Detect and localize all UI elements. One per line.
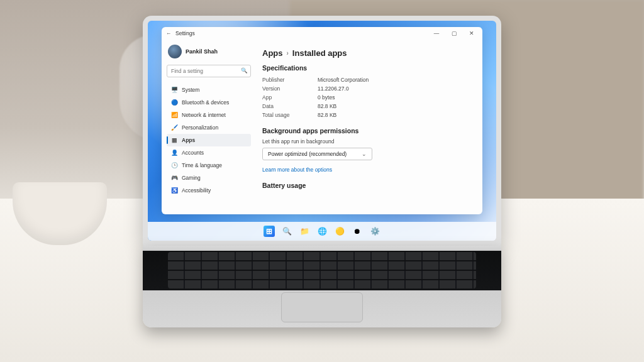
sidebar-item-bluetooth-devices[interactable]: 🔵Bluetooth & devices — [167, 96, 251, 109]
sidebar-item-label: Apps — [182, 137, 195, 143]
sidebar-item-personalization[interactable]: 🖌️Personalization — [167, 121, 251, 134]
breadcrumb-current: Installed apps — [292, 48, 347, 58]
learn-more-link[interactable]: Learn more about the options — [262, 167, 332, 173]
spec-value: 82.8 KB — [318, 103, 336, 109]
chrome-button[interactable]: 🟡 — [334, 226, 345, 237]
laptop-frame: ← Settings — ▢ ✕ Pankil Shah — [143, 16, 501, 327]
sidebar-item-system[interactable]: 🖥️System — [167, 84, 251, 96]
start-button[interactable]: ⊞ — [264, 226, 275, 237]
spec-key: Total usage — [262, 112, 311, 118]
network-icon: 📶 — [170, 111, 178, 119]
specs-list: PublisherMicrosoft CorporationVersion11.… — [262, 75, 474, 119]
explorer-button[interactable]: 📁 — [299, 226, 310, 237]
spec-key: Version — [262, 85, 311, 92]
user-name: Pankil Shah — [186, 48, 218, 55]
bg-perms-label: Let this app run in background — [262, 138, 474, 145]
sidebar-item-label: Gaming — [182, 175, 201, 181]
spec-value: 82.8 KB — [318, 112, 336, 118]
apps-icon: ▦ — [170, 136, 178, 144]
sidebar-item-label: Personalization — [182, 124, 218, 131]
search-icon: 🔍 — [241, 67, 248, 74]
accounts-icon: 👤 — [170, 149, 178, 156]
back-button[interactable]: ← — [165, 30, 172, 36]
battery-heading: Battery usage — [262, 182, 474, 189]
sidebar-item-label: Bluetooth & devices — [182, 99, 229, 106]
spec-key: Data — [262, 103, 311, 109]
sidebar-item-label: Time & language — [182, 162, 222, 168]
keyboard-keys — [168, 252, 476, 288]
breadcrumb-parent[interactable]: Apps — [262, 48, 283, 58]
avatar — [168, 45, 182, 58]
maximize-button[interactable]: ▢ — [447, 30, 461, 36]
trackpad — [281, 292, 363, 322]
sidebar-item-label: Accounts — [182, 150, 204, 156]
settings-button[interactable]: ⚙️ — [369, 226, 380, 237]
user-profile[interactable]: Pankil Shah — [168, 45, 251, 58]
dropdown-value: Power optimized (recommended) — [268, 151, 347, 157]
sidebar-item-time-language[interactable]: 🕒Time & language — [167, 159, 251, 172]
spec-key: Publisher — [262, 77, 311, 83]
search-field-wrap: 🔍 — [167, 65, 251, 77]
spec-row: Total usage82.8 KB — [262, 111, 474, 119]
time-language-icon: 🕒 — [170, 162, 178, 169]
breadcrumb: Apps › Installed apps — [262, 48, 474, 58]
spec-value: Microsoft Corporation — [318, 77, 369, 83]
laptop-keyboard — [143, 246, 501, 327]
spec-row: PublisherMicrosoft Corporation — [262, 75, 474, 84]
sidebar-item-label: Network & internet — [182, 112, 226, 118]
sidebar-item-apps[interactable]: ▦Apps — [167, 134, 251, 146]
minimize-button[interactable]: — — [430, 30, 443, 36]
media-button[interactable]: ⏺ — [352, 226, 363, 237]
specs-heading: Specifications — [262, 64, 474, 72]
spec-value: 0 bytes — [318, 94, 335, 101]
bg-perms-heading: Background apps permissions — [262, 127, 474, 134]
spec-key: App — [262, 94, 311, 101]
close-button[interactable]: ✕ — [465, 30, 479, 36]
chevron-down-icon: ⌄ — [362, 151, 367, 157]
gaming-icon: 🎮 — [170, 174, 178, 182]
search-button[interactable]: 🔍 — [281, 226, 292, 237]
laptop-screen: ← Settings — ▢ ✕ Pankil Shah — [148, 21, 496, 241]
window-title: Settings — [175, 30, 195, 36]
spec-row: Version11.2206.27.0 — [262, 84, 474, 93]
settings-window: ← Settings — ▢ ✕ Pankil Shah — [162, 27, 482, 214]
edge-button[interactable]: 🌐 — [316, 226, 328, 237]
system-icon: 🖥️ — [170, 86, 178, 94]
screen-bezel: ← Settings — ▢ ✕ Pankil Shah — [143, 16, 501, 246]
chevron-right-icon: › — [287, 50, 289, 57]
sidebar-item-gaming[interactable]: 🎮Gaming — [167, 172, 251, 184]
sidebar-item-label: System — [182, 87, 199, 93]
accessibility-icon: ♿ — [170, 187, 178, 194]
search-input[interactable] — [167, 65, 251, 77]
bluetooth-icon: 🔵 — [170, 99, 178, 106]
sidebar-item-label: Accessibility — [182, 187, 211, 194]
bg-perms-dropdown[interactable]: Power optimized (recommended) ⌄ — [262, 148, 372, 160]
spec-row: Data82.8 KB — [262, 102, 474, 111]
sidebar-item-accessibility[interactable]: ♿Accessibility — [167, 184, 251, 197]
sidebar-item-network-internet[interactable]: 📶Network & internet — [167, 109, 251, 121]
spec-row: App0 bytes — [262, 93, 474, 102]
window-titlebar: ← Settings — ▢ ✕ — [162, 27, 482, 40]
main-content: Apps › Installed apps Specifications Pub… — [256, 40, 482, 214]
personalization-icon: 🖌️ — [170, 124, 178, 131]
taskbar: ⊞🔍📁🌐🟡⏺⚙️ — [148, 222, 496, 241]
settings-sidebar: Pankil Shah 🔍 🖥️System🔵Bluetooth & devic… — [162, 40, 256, 214]
spec-value: 11.2206.27.0 — [318, 85, 349, 92]
sidebar-item-accounts[interactable]: 👤Accounts — [167, 146, 251, 159]
